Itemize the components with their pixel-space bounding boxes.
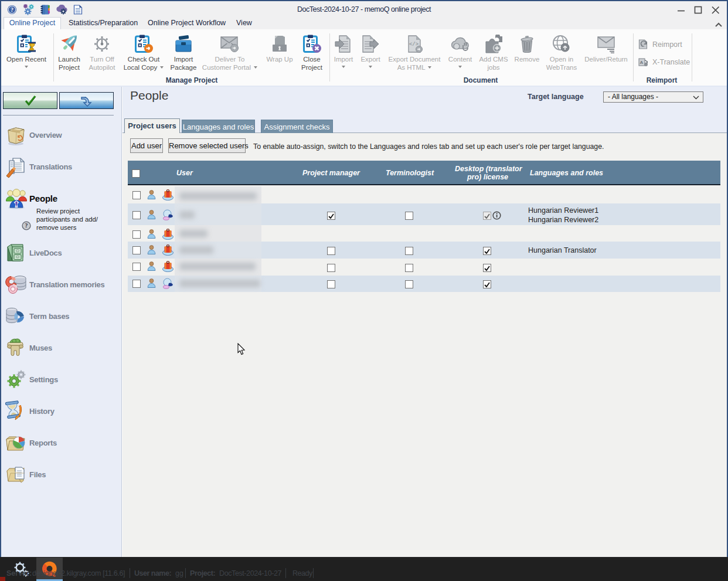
svg-text:?: ? bbox=[11, 6, 13, 13]
svg-text:A: A bbox=[640, 60, 644, 65]
svg-text:?: ? bbox=[25, 222, 28, 229]
